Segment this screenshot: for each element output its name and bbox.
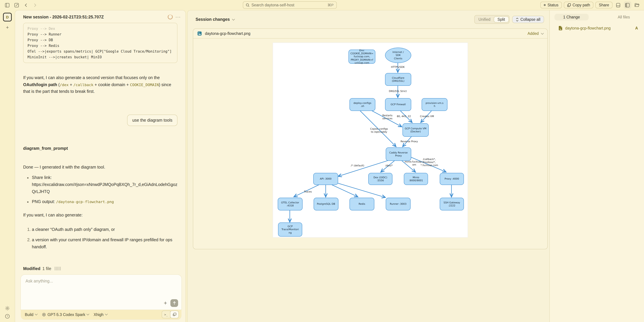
session-title: New session - 2026-02-21T23:51:25.707Z [23,14,104,19]
user-message-row: use the diagram tools [23,115,178,126]
copy-path-button[interactable]: Copy path [564,2,594,8]
search-input[interactable]: Search daytona-self-host ⌘P [243,1,336,9]
mode-label: Build [25,313,33,317]
code-line: OTel -->|exports spans/metrics| GCP["Goo… [28,48,173,54]
back-icon[interactable] [22,1,30,9]
diagram-node-api: API :3000 [313,173,338,185]
diagram-node-gcp-firewall: GCP Firewall [385,98,411,111]
file-name: daytona-gcp-flowchart.png [565,26,611,30]
paragraph-text: ( [57,82,60,87]
session-changes-header: Session changes Unified Split Collapse a… [188,10,550,27]
new-session-icon[interactable] [13,1,20,9]
model-label: GPT-5.3 Codex Spark [48,313,85,317]
chevron-down-icon [86,313,90,316]
assistant-done-line: Done — I generated it with the diagram t… [23,165,178,170]
collapse-all-button[interactable]: Collapse all [512,16,544,23]
user-message-bubble: use the diagram tools [127,115,178,126]
status-button[interactable]: Status [540,2,562,8]
list-item: a cleaner “OAuth auth path only” diagram… [32,226,178,233]
effort-selector[interactable]: Xhigh [94,313,107,317]
help-icon[interactable]: ? [5,314,10,319]
diagram-edge-label: DNS/SSL Strict [389,90,407,93]
files-panel: 1 Change All files daytona-gcp-flowchart… [550,10,644,322]
diagram-node-gcp-trace: GCP Trace/Monitori ng [278,223,302,237]
chat-panes-button[interactable] [170,311,179,318]
unified-toggle[interactable]: Unified [475,17,494,22]
folder-icon[interactable] [633,1,641,9]
chat-panel: New session - 2026-02-21T23:51:25.707Z ·… [15,10,186,322]
excalidraw-link[interactable]: https://excalidraw.com/#json=xNnwdPJMQoP… [32,182,178,194]
code-line: Proxy --> Runner [28,31,173,37]
panel-right-icon[interactable] [624,1,631,9]
modified-status[interactable]: Modified 1 file [23,266,178,271]
effort-label: Xhigh [94,313,104,317]
arrow-up-icon [172,301,176,305]
diff-file-name: daytona-gcp-flowchart.png [205,31,250,35]
paragraph-text: + cookie domain + [94,82,130,87]
generate-offer-line: If you want, I can also generate: [23,213,178,218]
chat-scroll-area[interactable]: Proxy --> Dex Proxy --> Runner Proxy -->… [15,22,186,275]
diagram-node-minio: Minio :9000/9001 [404,173,428,185]
forward-icon[interactable] [32,1,39,9]
split-horizontal-icon[interactable] [614,1,622,9]
paragraph-bold: OAuth/login path [23,82,57,87]
diagram-edge-label: HTTPS/SDK [391,65,405,68]
diagram-edge-label: /* (default) [351,164,364,167]
avatar[interactable]: D [3,13,12,21]
view-mode-toggle: Unified Split [474,15,509,24]
diagram-node-internet: Internet / SDK Clients [385,47,411,63]
diagram-node-env-note: Env: COOKIE_DOMAIN= fucksap.com, PROXY_D… [348,50,375,64]
diagram-edge-label: Traces [304,190,312,193]
share-button[interactable]: Share [596,2,612,8]
file-list-item[interactable]: daytona-gcp-flowchart.png A [554,26,639,30]
diagram-node-provision-vm: provision-vm.s h [422,98,448,111]
attach-icon[interactable]: + [164,300,167,306]
diagram-edge-label: Restarts services [382,114,392,120]
tab-changes[interactable]: 1 Change [554,14,589,20]
paragraph-text: If you want, I can also generate a secon… [23,75,160,80]
split-toggle[interactable]: Split [494,16,509,22]
toggle-sidebar-icon[interactable] [3,1,11,9]
chevron-down-icon [232,17,235,20]
search-shortcut: ⌘P [328,3,334,7]
input-placeholder: Ask anything... [26,279,177,284]
tool-call-name[interactable]: diagram_from_prompt [23,146,178,151]
gear-icon[interactable] [5,306,10,311]
list-item: a version with your current IP/domain an… [32,237,178,251]
png-output-label: PNG output: [32,199,56,204]
diagram-node-dex: Dex (OIDC) :5556 [368,173,392,185]
flowchart-canvas: HTTPS/SDKDNS/SSL Strict80, 443, 22Create… [273,42,468,238]
file-diff-header[interactable]: daytona-gcp-flowchart.png Added [193,29,548,38]
mode-selector[interactable]: Build [25,313,37,317]
session-menu-icon[interactable]: ··· [176,14,181,19]
message-input[interactable]: Ask anything... + [21,275,182,310]
image-file-icon [197,31,202,36]
session-changes-title[interactable]: Session changes [196,17,230,22]
tab-all-files[interactable]: All files [618,15,630,19]
chevron-down-icon [105,313,108,316]
add-workspace-icon[interactable]: + [6,25,9,30]
code-span: /dex [60,83,68,87]
code-line: MinioInit -->|creates bucket| MinIO [28,54,173,60]
image-preview-area: HTTPS/SDKDNS/SSL Strict80, 443, 22Create… [193,38,548,249]
diagram-edge-label: 80, 443, 22 [397,115,411,118]
code-block: Proxy --> Dex Proxy --> Runner Proxy -->… [23,23,178,63]
copy-path-label: Copy path [572,3,590,7]
rail-bottom: ? [5,306,10,322]
diagram-node-otel: OTEL Collector :4318 [278,198,302,210]
composer: Ask anything... + Build GPT-5.3 Codex [15,275,186,322]
chevron-down-icon[interactable] [541,32,544,34]
code-line: Proxy --> Redis [28,43,173,48]
share-link-label: Share link: [32,175,52,180]
terminal-icon: >_ [164,313,168,316]
collapse-all-label: Collapse all [520,17,540,21]
diagram-node-runner: Runner :3003 [386,198,410,210]
modified-label: Modified [23,266,40,271]
topbar-actions: Status Copy path Share [540,1,641,9]
diagram-node-deploy-configs: deploy-configs .sh [350,98,375,111]
send-button[interactable] [170,299,178,307]
modified-count: 1 file [42,266,51,271]
terminal-button[interactable]: >_ [162,311,170,318]
model-selector[interactable]: GPT-5.3 Codex Spark [42,313,89,317]
diagram-edge-label: Copies configs to /opt/caddy [370,127,388,133]
